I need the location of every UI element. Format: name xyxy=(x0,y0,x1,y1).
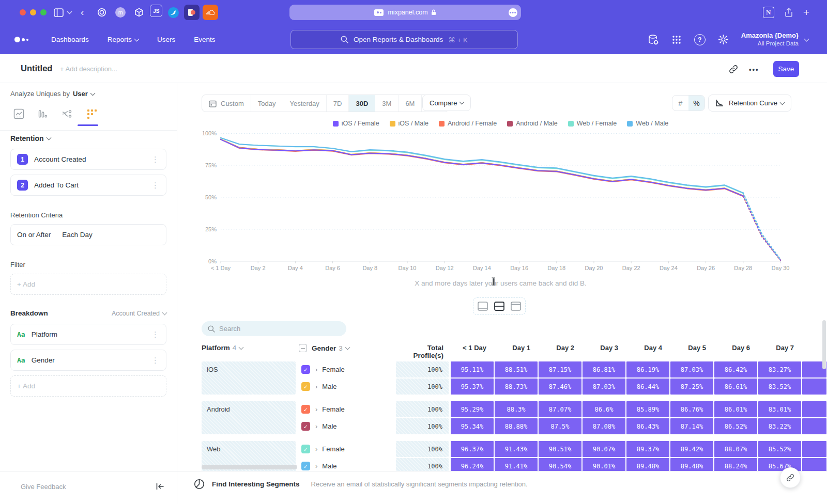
breakdown-options-icon[interactable]: ⋮ xyxy=(151,330,160,339)
retention-value-cell[interactable]: 86.01% xyxy=(714,401,757,417)
legend-item[interactable]: Web / Female xyxy=(568,120,617,127)
retention-value-cell[interactable]: 87.08% xyxy=(583,418,625,434)
day-column-header[interactable]: Day 1 xyxy=(495,344,530,352)
retention-value-cell[interactable]: 87.25% xyxy=(670,379,713,395)
retention-value-cell[interactable]: 89.42% xyxy=(670,441,713,457)
range-6m[interactable]: 6M xyxy=(398,95,421,112)
series-checkbox[interactable]: ✓ xyxy=(301,462,310,470)
chart-only-layout-button[interactable] xyxy=(475,300,491,313)
copy-link-icon[interactable] xyxy=(729,65,738,74)
retention-value-cell[interactable]: 85.52% xyxy=(758,441,801,457)
legend-item[interactable]: iOS / Female xyxy=(333,120,379,127)
floating-share-button[interactable] xyxy=(780,467,801,488)
retention-value-cell[interactable]: 91.41% xyxy=(495,458,538,471)
nav-item-dashboards[interactable]: Dashboards xyxy=(51,36,89,43)
series-checkbox[interactable]: ✓ xyxy=(301,382,310,391)
retention-value-cell[interactable]: 88.24% xyxy=(714,458,757,471)
percent-toggle[interactable]: % xyxy=(688,95,705,111)
table-only-layout-button[interactable] xyxy=(508,300,524,313)
tab-insights-icon[interactable] xyxy=(13,108,24,119)
give-feedback-link[interactable]: Give Feedback xyxy=(21,483,66,491)
day-column-header[interactable]: Day 2 xyxy=(539,344,574,352)
criteria-value[interactable]: Each Day xyxy=(62,231,93,239)
breakdown-platform[interactable]: Aa Platform ⋮ xyxy=(10,324,166,345)
mixpanel-logo-icon[interactable] xyxy=(14,37,28,42)
gender-cell[interactable]: ✓›Female xyxy=(301,401,394,417)
minimize-window-button[interactable] xyxy=(30,9,36,15)
retention-value-cell[interactable]: 88.07% xyxy=(714,441,757,457)
legend-item[interactable]: iOS / Male xyxy=(390,120,428,127)
day-column-header[interactable]: < 1 Day xyxy=(451,344,486,352)
retention-value-cell[interactable]: 89.48% xyxy=(670,458,713,471)
extension-soundcloud-icon[interactable] xyxy=(203,5,218,20)
tab-flows-icon[interactable] xyxy=(62,109,73,119)
analyze-entity-dropdown[interactable]: User xyxy=(73,90,88,98)
range-custom[interactable]: Custom xyxy=(202,95,251,112)
retention-value-cell[interactable]: 88.73% xyxy=(495,379,538,395)
day-column-header[interactable]: Day 6 xyxy=(714,344,750,352)
retention-value-cell[interactable]: 86.44% xyxy=(626,379,669,395)
platform-cell[interactable]: Android xyxy=(202,401,296,434)
retention-value-cell[interactable]: 86.19% xyxy=(626,361,669,377)
extension-cube-icon[interactable] xyxy=(131,5,147,20)
apps-grid-icon[interactable] xyxy=(671,35,682,45)
close-window-button[interactable] xyxy=(20,9,26,15)
day-column-header[interactable]: Day 5 xyxy=(670,344,706,352)
global-search-input[interactable]: Open Reports & Dashboards ⌘ + K xyxy=(290,30,518,49)
series-checkbox[interactable]: ✓ xyxy=(301,445,310,453)
retention-value-cell[interactable]: 87.5% xyxy=(539,418,581,434)
expand-row-icon[interactable]: › xyxy=(315,405,317,413)
retention-value-cell[interactable]: 95.34% xyxy=(451,418,494,434)
series-checkbox[interactable]: ✓ xyxy=(301,422,310,431)
more-options-icon[interactable]: ••• xyxy=(749,66,759,73)
platform-cell[interactable]: iOS xyxy=(202,361,296,395)
step-options-icon[interactable]: ⋮ xyxy=(151,181,160,190)
help-icon[interactable]: ? xyxy=(694,34,706,45)
breakdown-scope-dropdown[interactable]: Account Created xyxy=(112,310,166,317)
nav-item-events[interactable]: Events xyxy=(194,36,215,43)
legend-item[interactable]: Web / Male xyxy=(627,120,668,127)
retention-value-cell[interactable]: 83.52% xyxy=(758,379,801,395)
absolute-numbers-toggle[interactable]: # xyxy=(672,95,688,111)
series-checkbox[interactable]: ✓ xyxy=(301,365,310,374)
range-7d[interactable]: 7D xyxy=(326,95,349,112)
gender-column-header[interactable]: Gender3 xyxy=(299,344,349,352)
gender-select-all-checkbox[interactable] xyxy=(299,344,307,352)
retention-value-cell[interactable]: 90.07% xyxy=(583,441,625,457)
retention-value-cell[interactable]: 87.03% xyxy=(583,379,625,395)
expand-row-icon[interactable]: › xyxy=(315,383,317,390)
browser-url-bar[interactable]: mixpanel.com ••• xyxy=(289,5,521,20)
report-title[interactable]: Untitled xyxy=(21,64,52,73)
url-more-icon[interactable]: ••• xyxy=(509,8,517,17)
total-profiles-column-header[interactable]: Total Profile(s) xyxy=(396,344,443,359)
vertical-scrollbar[interactable] xyxy=(822,320,826,369)
retention-value-cell[interactable]: 86.61% xyxy=(714,379,757,395)
breakdown-gender[interactable]: Aa Gender ⋮ xyxy=(10,350,166,371)
gender-cell[interactable]: ✓›Male xyxy=(301,458,394,471)
retention-value-cell[interactable]: 90.54% xyxy=(539,458,581,471)
series-checkbox[interactable]: ✓ xyxy=(301,405,310,414)
retention-value-cell[interactable]: 87.07% xyxy=(539,401,581,417)
new-tab-icon[interactable]: + xyxy=(803,6,809,19)
data-management-icon[interactable] xyxy=(648,34,659,45)
retention-section-label[interactable]: Retention xyxy=(10,134,44,143)
find-segments-row[interactable]: Find Interesting Segments Receive an ema… xyxy=(194,479,528,490)
expand-row-icon[interactable]: › xyxy=(315,445,317,453)
tab-funnels-icon[interactable] xyxy=(38,108,48,119)
expand-row-icon[interactable]: › xyxy=(315,366,317,373)
tab-retention-icon[interactable] xyxy=(87,109,97,119)
nav-item-reports[interactable]: Reports xyxy=(108,36,139,43)
gender-cell[interactable]: ✓›Female xyxy=(301,361,394,377)
day-column-header[interactable]: Day 7 xyxy=(758,344,794,352)
day-column-header[interactable]: Day 3 xyxy=(583,344,618,352)
notion-tab-icon[interactable]: N xyxy=(763,7,774,18)
retention-value-cell[interactable]: 90.51% xyxy=(539,441,581,457)
retention-value-cell[interactable]: 87.03% xyxy=(670,361,713,377)
range-30d[interactable]: 30D xyxy=(348,95,375,112)
extension-js-icon[interactable]: JS xyxy=(150,5,162,17)
retention-criteria-card[interactable]: On or After Each Day xyxy=(10,224,166,245)
retention-value-cell[interactable]: 96.24% xyxy=(451,458,494,471)
retention-value-cell[interactable]: 88.88% xyxy=(495,418,538,434)
extension-circle-icon[interactable] xyxy=(94,5,110,20)
save-button[interactable]: Save xyxy=(773,61,799,77)
